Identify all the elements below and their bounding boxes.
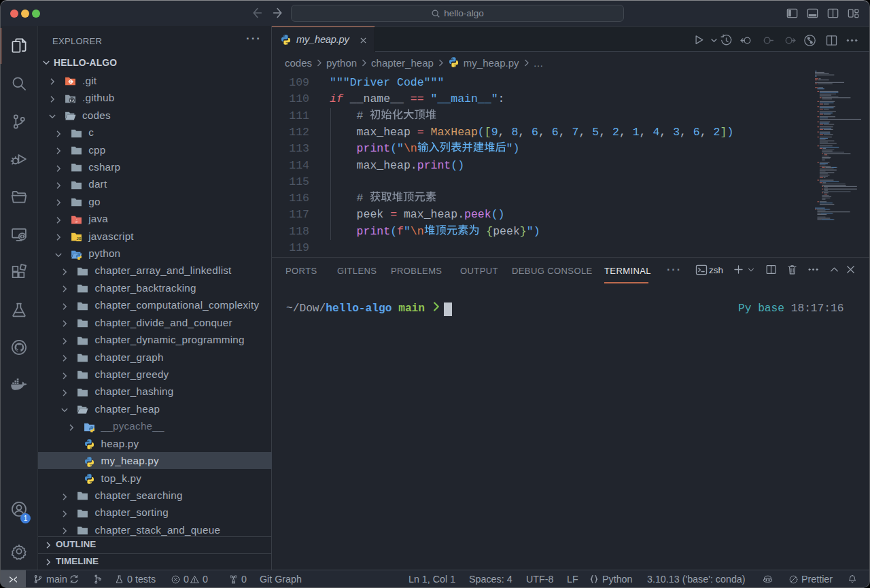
svg-text:JS: JS [77,237,82,241]
